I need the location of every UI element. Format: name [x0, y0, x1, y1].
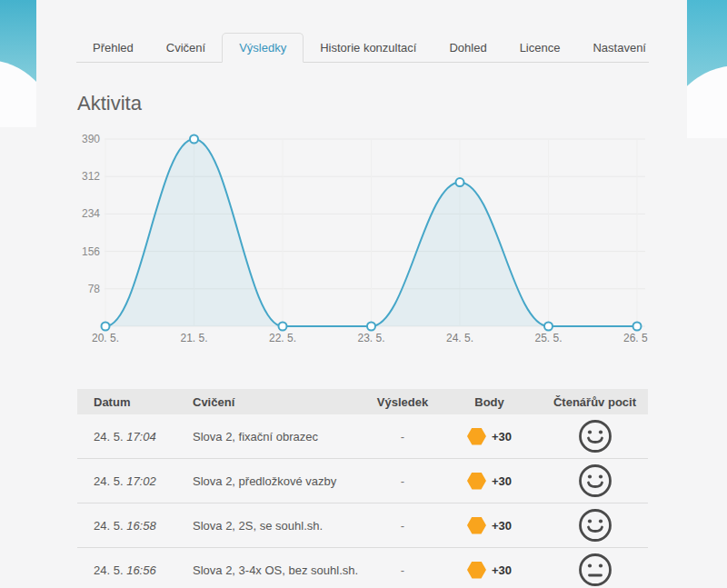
sky-corner-right: [687, 0, 727, 138]
cell-cviceni: Slova 2, 2S, se souhl.sh.: [193, 519, 368, 533]
mood-face-icon: [577, 552, 613, 588]
tab-cviceni[interactable]: Cvičení: [150, 34, 222, 62]
tab-dohled[interactable]: Dohled: [433, 34, 503, 62]
tab-historie-konzultaci[interactable]: Historie konzultací: [304, 34, 433, 62]
cell-body: +30: [437, 428, 542, 445]
svg-text:23. 5.: 23. 5.: [357, 332, 384, 344]
cell-cviceni: Slova 2, fixační obrazec: [193, 430, 368, 443]
cell-pocit: [542, 463, 648, 499]
table-row: 24. 5. 16:58 Slova 2, 2S, se souhl.sh. -…: [77, 503, 648, 548]
tab-vysledky[interactable]: Výsledky: [222, 33, 304, 63]
col-header-body: Body: [437, 395, 542, 409]
activity-chart: 7815623431239020. 5.21. 5.22. 5.23. 5.24…: [77, 127, 648, 347]
cell-datum: 24. 5. 16:58: [77, 519, 193, 533]
svg-text:24. 5.: 24. 5.: [446, 332, 473, 344]
cell-vysledek: -: [368, 474, 437, 488]
svg-text:390: 390: [82, 133, 100, 145]
col-header-cviceni: Cvičení: [193, 395, 368, 409]
points-hexagon-icon: [467, 428, 486, 445]
mood-face-icon: [577, 418, 613, 454]
tab-licence[interactable]: Licence: [503, 34, 577, 62]
cell-body: +30: [437, 473, 542, 490]
tab-bar: Přehled Cvičení Výsledky Historie konzul…: [76, 33, 649, 63]
page-title: Aktivita: [77, 92, 142, 115]
col-header-pocit: Čtenářův pocit: [542, 395, 648, 409]
col-header-datum: Datum: [77, 395, 193, 409]
cell-vysledek: -: [368, 430, 437, 443]
cell-datum: 24. 5. 17:02: [77, 474, 193, 488]
points-hexagon-icon: [467, 517, 486, 534]
table-row: 24. 5. 17:04 Slova 2, fixační obrazec - …: [77, 414, 648, 459]
table-row: 24. 5. 16:56 Slova 2, 3-4x OS, bez souhl…: [77, 548, 648, 588]
cell-pocit: [542, 507, 648, 543]
tab-prehled[interactable]: Přehled: [76, 34, 150, 62]
svg-text:20. 5.: 20. 5.: [92, 332, 119, 344]
svg-text:234: 234: [82, 207, 100, 220]
cloud-shape: [0, 60, 36, 127]
cell-pocit: [542, 552, 648, 588]
points-hexagon-icon: [467, 473, 486, 490]
table-header-row: Datum Cvičení Výsledek Body Čtenářův poc…: [77, 389, 648, 414]
cell-cviceni: Slova 2, předložkové vazby: [193, 474, 368, 488]
cell-datum: 24. 5. 16:56: [77, 563, 193, 577]
cell-body: +30: [437, 517, 542, 534]
cell-cviceni: Slova 2, 3-4x OS, bez souhl.sh.: [193, 563, 368, 577]
col-header-vysledek: Výsledek: [368, 395, 437, 409]
svg-text:25. 5.: 25. 5.: [534, 332, 562, 344]
cell-datum: 24. 5. 17:04: [77, 430, 193, 443]
cloud-shape: [687, 65, 727, 138]
results-table: Datum Cvičení Výsledek Body Čtenářův poc…: [77, 389, 648, 588]
svg-text:21. 5.: 21. 5.: [180, 332, 207, 344]
tab-nastaveni[interactable]: Nastavení: [576, 34, 662, 62]
cell-body: +30: [437, 562, 542, 579]
svg-text:22. 5.: 22. 5.: [269, 332, 296, 344]
mood-face-icon: [577, 507, 613, 543]
svg-text:78: 78: [88, 283, 101, 295]
sky-corner-left: [0, 0, 36, 127]
cell-vysledek: -: [368, 519, 437, 533]
cell-pocit: [542, 418, 648, 454]
points-hexagon-icon: [467, 562, 486, 579]
svg-text:156: 156: [82, 245, 100, 258]
activity-chart-svg: 7815623431239020. 5.21. 5.22. 5.23. 5.24…: [77, 127, 648, 347]
mood-face-icon: [577, 463, 613, 499]
cell-vysledek: -: [368, 563, 437, 577]
table-row: 24. 5. 17:02 Slova 2, předložkové vazby …: [77, 459, 648, 503]
svg-text:312: 312: [82, 170, 100, 183]
svg-text:26. 5.: 26. 5.: [623, 332, 648, 344]
